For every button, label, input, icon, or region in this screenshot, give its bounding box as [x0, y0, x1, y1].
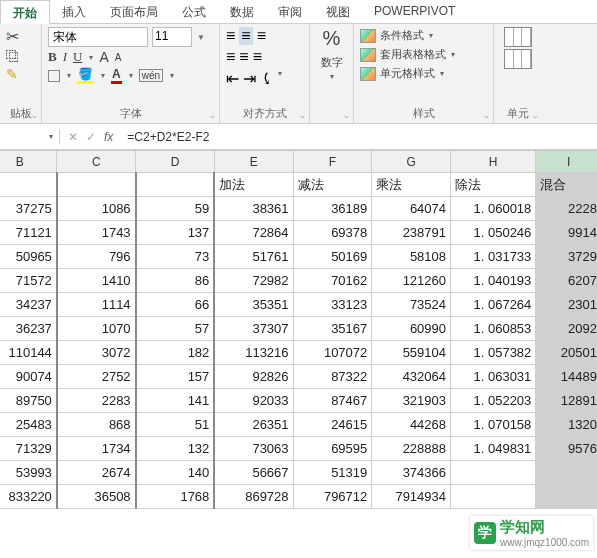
group-number: % 数字 ▾ — [310, 24, 354, 123]
group-font: 宋体 11 ▼ B I U▾ A A ▾ 🪣▾ A▾ wén▾ 字体 — [42, 24, 220, 123]
table-row: 362371070573730735167609901. 0608532092 — [0, 317, 597, 341]
number-dropdown[interactable]: 数字 — [321, 55, 343, 70]
font-label: 字体 — [48, 104, 213, 121]
col-header-D[interactable]: D — [136, 151, 215, 173]
tab-powerpivot[interactable]: POWERPIVOT — [362, 0, 467, 23]
ribbon: ✂ ⿻ ✎ 贴板 宋体 11 ▼ B I U▾ A A — [0, 24, 597, 124]
name-box[interactable]: ▾ — [0, 129, 60, 144]
align-bottom-icon[interactable]: ≡ — [257, 27, 266, 45]
increase-font-icon[interactable]: A — [99, 49, 108, 65]
phonetic-button[interactable]: wén — [139, 69, 163, 82]
insert-cells-icon[interactable] — [504, 27, 532, 47]
font-name-select[interactable]: 宋体 — [48, 27, 148, 47]
table-row: 25483868512635124615442681. 0701581320 — [0, 413, 597, 437]
cut-icon[interactable]: ✂ — [6, 27, 19, 46]
group-alignment: ≡ ≡ ≡ ≡ ≡ ≡ ⇤ ⇥ ⤹▾ 对齐方式 — [220, 24, 310, 123]
fill-color-button[interactable]: 🪣 — [77, 67, 94, 84]
align-right-icon[interactable]: ≡ — [253, 48, 262, 66]
cell-style-icon — [360, 67, 376, 81]
cells-label: 单元 — [500, 104, 536, 121]
col-header-C[interactable]: C — [57, 151, 136, 173]
watermark-url: www.jmqz1000.com — [500, 537, 589, 548]
border-button[interactable] — [48, 70, 60, 82]
font-size-select[interactable]: 11 — [152, 27, 192, 47]
table-row: 372751086593836136189640741. 0600182228 — [0, 197, 597, 221]
clipboard-label: 贴板 — [6, 104, 35, 121]
underline-button[interactable]: U — [73, 49, 82, 65]
format-as-table-button[interactable]: 套用表格格式▾ — [360, 46, 487, 63]
watermark: 学 学知网 www.jmqz1000.com — [470, 516, 593, 550]
cancel-formula-icon[interactable]: ✕ — [68, 130, 78, 144]
table-row: 8332203650817688697287967127914934 — [0, 485, 597, 509]
table-row: 7157214108672982701621212601. 0401936207 — [0, 269, 597, 293]
group-clipboard: ✂ ⿻ ✎ 贴板 — [0, 24, 42, 123]
cell-styles-button[interactable]: 单元格样式▾ — [360, 65, 487, 82]
tab-page-layout[interactable]: 页面布局 — [98, 0, 170, 23]
number-label — [316, 119, 347, 121]
table-format-icon — [360, 48, 376, 62]
chevron-down-icon[interactable]: ▾ — [330, 72, 334, 81]
watermark-name: 学知网 — [500, 518, 589, 537]
tab-data[interactable]: 数据 — [218, 0, 266, 23]
format-painter-icon[interactable]: ✎ — [6, 66, 18, 82]
formula-input[interactable]: =C2+D2*E2-F2 — [121, 127, 597, 147]
col-header-E[interactable]: E — [214, 151, 293, 173]
table-row: 342371114663535133123735241. 0672642301 — [0, 293, 597, 317]
group-styles: 条件格式▾ 套用表格格式▾ 单元格样式▾ 样式 — [354, 24, 494, 123]
orientation-icon[interactable]: ⤹ — [260, 69, 273, 88]
chevron-down-icon[interactable]: ▼ — [197, 33, 205, 42]
alignment-label: 对齐方式 — [226, 104, 303, 121]
table-row: 71121174313772864693782387911. 050246991… — [0, 221, 597, 245]
col-header-F[interactable]: F — [293, 151, 372, 173]
col-header-H[interactable]: H — [451, 151, 536, 173]
align-top-icon[interactable]: ≡ — [226, 27, 235, 45]
spreadsheet-grid[interactable]: B C D E F G H I 加法 减法 乘法 除法 混合 372751086… — [0, 150, 597, 509]
align-left-icon[interactable]: ≡ — [226, 48, 235, 66]
align-center-icon[interactable]: ≡ — [239, 48, 248, 66]
table-row: 90074275215792826873224320641. 063031144… — [0, 365, 597, 389]
group-cells: 单元 — [494, 24, 542, 123]
copy-icon[interactable]: ⿻ — [6, 48, 20, 64]
percent-icon[interactable]: % — [323, 27, 341, 50]
styles-label: 样式 — [360, 104, 487, 121]
col-header-B[interactable]: B — [0, 151, 57, 173]
col-header-I[interactable]: I — [536, 151, 597, 173]
formula-bar: ▾ ✕ ✓ fx =C2+D2*E2-F2 — [0, 124, 597, 150]
tab-view[interactable]: 视图 — [314, 0, 362, 23]
decrease-font-icon[interactable]: A — [115, 52, 122, 63]
tab-formulas[interactable]: 公式 — [170, 0, 218, 23]
tab-home[interactable]: 开始 — [0, 0, 50, 24]
decrease-indent-icon[interactable]: ⇤ — [226, 69, 239, 88]
cond-format-icon — [360, 29, 376, 43]
increase-indent-icon[interactable]: ⇥ — [243, 69, 256, 88]
table-row: 加法 减法 乘法 除法 混合 — [0, 173, 597, 197]
conditional-format-button[interactable]: 条件格式▾ — [360, 27, 487, 44]
accept-formula-icon[interactable]: ✓ — [86, 130, 96, 144]
table-row: 5399326741405666751319374366 — [0, 461, 597, 485]
table-row: 71329173413273063695952288881. 049831957… — [0, 437, 597, 461]
tab-review[interactable]: 审阅 — [266, 0, 314, 23]
watermark-logo-icon: 学 — [474, 522, 496, 544]
delete-cells-icon[interactable] — [504, 49, 532, 69]
table-row: 89750228314192033874673219031. 052203128… — [0, 389, 597, 413]
fx-icon[interactable]: fx — [104, 130, 113, 144]
table-row: 11014430721821132161070725591041. 057382… — [0, 341, 597, 365]
align-middle-icon[interactable]: ≡ — [239, 27, 252, 45]
tab-insert[interactable]: 插入 — [50, 0, 98, 23]
bold-button[interactable]: B — [48, 49, 57, 65]
ribbon-tabs: 开始 插入 页面布局 公式 数据 审阅 视图 POWERPIVOT — [0, 0, 597, 24]
col-header-G[interactable]: G — [372, 151, 451, 173]
italic-button[interactable]: I — [63, 49, 67, 65]
font-color-button[interactable]: A — [111, 67, 122, 84]
table-row: 50965796735176150169581081. 0317333729 — [0, 245, 597, 269]
